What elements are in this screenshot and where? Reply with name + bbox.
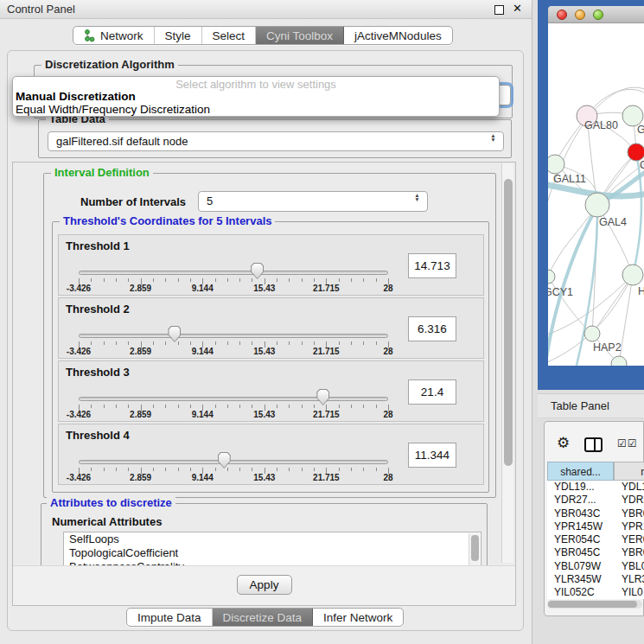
network-view-window[interactable]: GAL80G.CGAL11GAL4GCY1HHAP2	[538, 0, 644, 390]
slider-thumb[interactable]	[316, 389, 329, 405]
slider-scale-label: 2.859	[130, 410, 151, 419]
slider-scale-label: 15.43	[253, 473, 275, 482]
scrollbar-thumb[interactable]	[471, 535, 479, 561]
table-row[interactable]: YDR27...YDR2	[547, 494, 644, 507]
network-edge[interactable]	[548, 205, 597, 277]
slider-tick	[351, 405, 352, 408]
mac-minimize-icon[interactable]	[575, 10, 585, 20]
attribute-list-item[interactable]: SelfLoops	[64, 532, 481, 546]
table-row[interactable]: YLR345WYLR3	[547, 573, 644, 586]
network-node-label: HAP2	[593, 341, 622, 354]
split-columns-icon[interactable]	[584, 437, 603, 452]
column-header-shared[interactable]: shared...	[547, 462, 614, 481]
settings-scrollbar[interactable]	[501, 163, 513, 563]
slider-tick	[128, 468, 129, 471]
slider-thumb[interactable]	[251, 263, 264, 279]
checkbox-icons[interactable]: ☑☑	[617, 437, 638, 450]
table-row[interactable]: YPR145WYPR1	[547, 520, 644, 533]
threshold-value-field[interactable]: 6.316	[408, 316, 456, 341]
tab-cyni-toolbox[interactable]: Cyni Toolbox	[256, 27, 344, 44]
interval-definition-title: Interval Definition	[51, 167, 153, 179]
slider-tick	[227, 278, 228, 282]
slider-tick	[314, 468, 315, 471]
cell-name: YPR1	[622, 520, 644, 532]
slider-tick	[314, 278, 315, 282]
node-table-rows: YDL19...YDL1YDR27...YDR2YBR043CYBR0YPR14…	[547, 481, 644, 599]
table-row[interactable]: YIL052CYIL0	[547, 586, 644, 599]
threshold-value-field[interactable]: 14.713	[408, 253, 456, 278]
tab-select[interactable]: Select	[202, 27, 257, 44]
table-data-combobox[interactable]: galFiltered.sif default node ▲▼	[48, 131, 504, 151]
thresholds-group: Threshold's Coordinates for 5 Intervals …	[52, 221, 489, 493]
algorithm-dropdown-popup: Select algorithm to view settings Manual…	[12, 76, 500, 117]
tab-jactivemnodules[interactable]: jActiveMNodules	[344, 27, 452, 44]
attribute-list-item[interactable]: TopologicalCoefficient	[64, 546, 481, 560]
number-of-intervals-combobox[interactable]: 5 ▲▼	[198, 191, 428, 212]
table-row[interactable]: YBR045CYBR0	[547, 546, 644, 559]
tab-impute-data[interactable]: Impute Data	[127, 609, 213, 626]
tab-discretize-data[interactable]: Discretize Data	[213, 609, 314, 626]
column-header-name[interactable]: na	[614, 462, 644, 481]
dropdown-option-equal-width[interactable]: Equal Width/Frequency Discretization	[16, 103, 491, 116]
cell-shared-name: YBR045C	[554, 546, 600, 558]
network-node[interactable]	[584, 326, 600, 341]
slider-thumb[interactable]	[168, 326, 181, 342]
apply-button[interactable]: Apply	[237, 575, 292, 595]
slider-tick	[91, 405, 92, 408]
close-icon[interactable]: ✕	[513, 2, 522, 15]
network-canvas[interactable]: GAL80G.CGAL11GAL4GCY1HHAP2	[548, 23, 644, 366]
network-window-titlebar	[548, 6, 644, 23]
network-node[interactable]	[548, 155, 564, 174]
threshold-label: Threshold 2	[66, 303, 130, 316]
tab-style[interactable]: Style	[155, 27, 202, 44]
network-node[interactable]	[548, 270, 555, 284]
float-window-icon[interactable]	[494, 5, 504, 15]
network-node[interactable]	[628, 143, 644, 161]
scrollbar-thumb[interactable]	[548, 601, 637, 608]
table-panel: ⚙ ☑☑ shared... na YDL19...YDL1YDR27...YD…	[544, 421, 644, 616]
slider-tick	[239, 468, 240, 471]
slider-scale-label: -3.426	[67, 284, 91, 293]
network-node[interactable]	[622, 265, 643, 285]
slider-track[interactable]	[79, 271, 388, 275]
slider-tick	[215, 468, 216, 471]
slider-tick	[376, 468, 377, 471]
table-horizontal-scrollbar[interactable]	[547, 600, 642, 609]
slider-scale-label: 15.43	[253, 410, 275, 419]
slider-track[interactable]	[79, 397, 388, 401]
combo-spinner-icon: ▲▼	[489, 134, 497, 142]
table-row[interactable]: YBL079WYBL0	[547, 560, 644, 573]
tab-label: Select	[213, 29, 245, 42]
table-row[interactable]: YBR043CYBR0	[547, 507, 644, 520]
control-panel-tabs: NetworkStyleSelectCyni ToolboxjActiveMNo…	[73, 26, 453, 45]
network-node[interactable]	[611, 356, 627, 366]
threshold-value-field[interactable]: 21.4	[408, 379, 456, 405]
cyni-mode-tabs: Impute DataDiscretize DataInfer Network	[126, 608, 404, 627]
slider-tick	[165, 405, 166, 408]
slider-tick	[314, 405, 315, 408]
tab-infer-network[interactable]: Infer Network	[313, 609, 403, 626]
mac-zoom-icon[interactable]	[593, 10, 603, 20]
table-row[interactable]: YER054CYER0	[547, 533, 644, 546]
dropdown-prompt-item[interactable]: Select algorithm to view settings	[13, 78, 499, 91]
cell-shared-name: YPR145W	[554, 520, 603, 532]
dropdown-option-manual[interactable]: Manual Discretization	[16, 90, 491, 103]
threshold-row: Threshold 3-3.4262.8599.14415.4321.71528…	[58, 360, 484, 422]
slider-track[interactable]	[79, 460, 388, 464]
settings-scroll-panel: Interval Definition Number of Intervals …	[12, 162, 516, 606]
scrollbar-thumb[interactable]	[504, 179, 513, 466]
tab-network[interactable]: Network	[73, 27, 155, 44]
slider-scale-label: 15.43	[253, 284, 275, 293]
network-node[interactable]	[585, 193, 609, 217]
slider-track[interactable]	[79, 334, 388, 338]
threshold-value-field[interactable]: 11.344	[408, 443, 456, 468]
slider-tick	[339, 341, 340, 345]
table-row[interactable]: YDL19...YDL1	[547, 481, 644, 494]
slider-thumb[interactable]	[218, 452, 231, 469]
slider-tick	[178, 468, 179, 471]
gear-icon[interactable]: ⚙	[557, 436, 570, 450]
slider-tick	[178, 341, 179, 345]
threshold-label: Threshold 4	[66, 429, 130, 442]
mac-close-icon[interactable]	[557, 10, 567, 20]
cyni-toolbox-content: Discretization Algorithm Select algorith…	[7, 50, 524, 631]
